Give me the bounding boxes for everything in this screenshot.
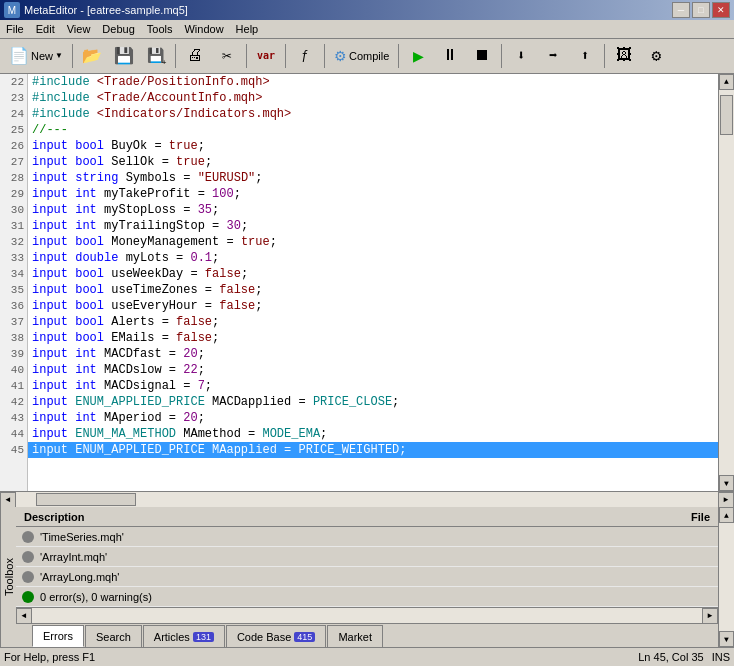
tab-errors[interactable]: Errors bbox=[32, 625, 84, 647]
menu-edit[interactable]: Edit bbox=[30, 20, 61, 38]
maximize-button[interactable]: □ bbox=[692, 2, 710, 18]
code-line-43: input int MAperiod = 20; bbox=[28, 410, 718, 426]
bottom-scroll-up[interactable]: ▲ bbox=[719, 507, 734, 523]
screenshot-button[interactable]: 🖼 bbox=[609, 41, 639, 71]
code-line-35: input bool useTimeZones = false; bbox=[28, 282, 718, 298]
menu-debug[interactable]: Debug bbox=[96, 20, 140, 38]
bottom-v-scrollbar[interactable]: ▲ ▼ bbox=[718, 507, 734, 647]
code-line-36: input bool useEveryHour = false; bbox=[28, 298, 718, 314]
bottom-content: Description File 'TimeSeries.mqh' 'Array… bbox=[16, 507, 718, 647]
code-line-34: input bool useWeekDay = false; bbox=[28, 266, 718, 282]
code-line-31: input int myTrailingStop = 30; bbox=[28, 218, 718, 234]
h-scroll-track[interactable] bbox=[16, 492, 718, 507]
bottom-h-track[interactable] bbox=[32, 608, 702, 623]
save-button[interactable]: 💾 bbox=[109, 41, 139, 71]
app-icon: M bbox=[4, 2, 20, 18]
toolbox-label[interactable]: Toolbox bbox=[0, 507, 16, 647]
new-button[interactable]: 📄 New ▼ bbox=[4, 41, 68, 71]
scroll-right-button[interactable]: ► bbox=[718, 492, 734, 508]
print-button[interactable]: 🖨 bbox=[180, 41, 210, 71]
new-icon: 📄 bbox=[9, 46, 29, 65]
tab-search-label: Search bbox=[96, 631, 131, 643]
tab-articles[interactable]: Articles 131 bbox=[143, 625, 225, 647]
code-editor[interactable]: #include <Trade/PositionInfo.mqh> #inclu… bbox=[28, 74, 718, 492]
scroll-up-button[interactable]: ▲ bbox=[719, 74, 734, 90]
ln-44: 44 bbox=[0, 426, 27, 442]
save-as-button[interactable]: 💾+ bbox=[141, 41, 171, 71]
scroll-thumb[interactable] bbox=[720, 95, 733, 135]
step-over-button[interactable]: ➡ bbox=[538, 41, 568, 71]
dot-0 bbox=[22, 531, 34, 543]
bottom-rows: 'TimeSeries.mqh' 'ArrayInt.mqh' 'ArrayLo… bbox=[16, 527, 718, 607]
var-button[interactable]: var bbox=[251, 41, 281, 71]
code-line-29: input int myTakeProfit = 100; bbox=[28, 186, 718, 202]
ln-36: 36 bbox=[0, 298, 27, 314]
open-button[interactable]: 📂 bbox=[77, 41, 107, 71]
bottom-scroll-left[interactable]: ◄ bbox=[16, 608, 32, 624]
tab-codebase-badge: 415 bbox=[294, 632, 315, 642]
ln-34: 34 bbox=[0, 266, 27, 282]
settings-icon: ⚙ bbox=[651, 46, 661, 66]
ln-42: 42 bbox=[0, 394, 27, 410]
ln-25: 25 bbox=[0, 122, 27, 138]
bottom-scroll-down[interactable]: ▼ bbox=[719, 631, 734, 647]
sep1 bbox=[72, 44, 73, 68]
bottom-inner: Toolbox Description File 'TimeSeries.mqh… bbox=[0, 507, 734, 647]
ln-38: 38 bbox=[0, 330, 27, 346]
settings-button[interactable]: ⚙ bbox=[641, 41, 671, 71]
horizontal-scrollbar[interactable]: ◄ ► bbox=[0, 491, 734, 507]
ln-27: 27 bbox=[0, 154, 27, 170]
step-in-button[interactable]: ⬇ bbox=[506, 41, 536, 71]
bottom-panel: Toolbox Description File 'TimeSeries.mqh… bbox=[0, 507, 734, 647]
menu-help[interactable]: Help bbox=[230, 20, 265, 38]
scroll-down-button[interactable]: ▼ bbox=[719, 475, 734, 491]
bottom-h-scrollbar[interactable]: ◄ ► bbox=[16, 607, 718, 623]
code-line-23: #include <Trade/AccountInfo.mqh> bbox=[28, 90, 718, 106]
bottom-scroll-track[interactable] bbox=[719, 523, 734, 631]
sep4 bbox=[285, 44, 286, 68]
menu-bar: File Edit View Debug Tools Window Help bbox=[0, 20, 734, 39]
file-header: File bbox=[687, 511, 714, 523]
ln-29: 29 bbox=[0, 186, 27, 202]
ln-30: 30 bbox=[0, 202, 27, 218]
save-icon: 💾 bbox=[114, 46, 134, 66]
minimize-button[interactable]: ─ bbox=[672, 2, 690, 18]
scroll-left-button[interactable]: ◄ bbox=[0, 492, 16, 508]
screenshot-icon: 🖼 bbox=[616, 46, 632, 65]
step-out-button[interactable]: ⬆ bbox=[570, 41, 600, 71]
menu-file[interactable]: File bbox=[0, 20, 30, 38]
pause-button[interactable]: ⏸ bbox=[435, 41, 465, 71]
menu-window[interactable]: Window bbox=[178, 20, 229, 38]
h-scroll-thumb[interactable] bbox=[36, 493, 136, 506]
toolbar: 📄 New ▼ 📂 💾 💾+ 🖨 ✂ var bbox=[0, 39, 734, 74]
description-header: Description bbox=[20, 511, 89, 523]
dropdown-arrow: ▼ bbox=[55, 51, 63, 60]
close-button[interactable]: ✕ bbox=[712, 2, 730, 18]
code-container: 22 23 24 25 26 27 28 29 30 31 32 33 34 3… bbox=[0, 74, 734, 508]
run-button[interactable]: ▶ bbox=[403, 41, 433, 71]
compile-icon: ⚙ bbox=[334, 48, 347, 64]
tab-codebase[interactable]: Code Base 415 bbox=[226, 625, 326, 647]
bottom-scroll-right[interactable]: ► bbox=[702, 608, 718, 624]
window-title: MetaEditor - [eatree-sample.mq5] bbox=[24, 4, 188, 16]
cut-button[interactable]: ✂ bbox=[212, 41, 242, 71]
open-icon: 📂 bbox=[82, 46, 102, 66]
tab-market[interactable]: Market bbox=[327, 625, 383, 647]
func-button[interactable]: ƒ bbox=[290, 41, 320, 71]
ln-24: 24 bbox=[0, 106, 27, 122]
vertical-scrollbar[interactable]: ▲ ▼ bbox=[718, 74, 734, 492]
dot-3 bbox=[22, 591, 34, 603]
bottom-row-0: 'TimeSeries.mqh' bbox=[16, 527, 718, 547]
tab-articles-badge: 131 bbox=[193, 632, 214, 642]
code-line-25: //--- bbox=[28, 122, 718, 138]
menu-view[interactable]: View bbox=[61, 20, 97, 38]
menu-tools[interactable]: Tools bbox=[141, 20, 179, 38]
code-line-30: input int myStopLoss = 35; bbox=[28, 202, 718, 218]
compile-button[interactable]: ⚙ Compile bbox=[329, 41, 394, 71]
dot-1 bbox=[22, 551, 34, 563]
tab-search[interactable]: Search bbox=[85, 625, 142, 647]
bottom-row-3: 0 error(s), 0 warning(s) bbox=[16, 587, 718, 607]
code-line-44: input ENUM_MA_METHOD MAmethod = MODE_EMA… bbox=[28, 426, 718, 442]
stop-button[interactable]: ⏹ bbox=[467, 41, 497, 71]
scroll-track[interactable] bbox=[719, 90, 734, 476]
